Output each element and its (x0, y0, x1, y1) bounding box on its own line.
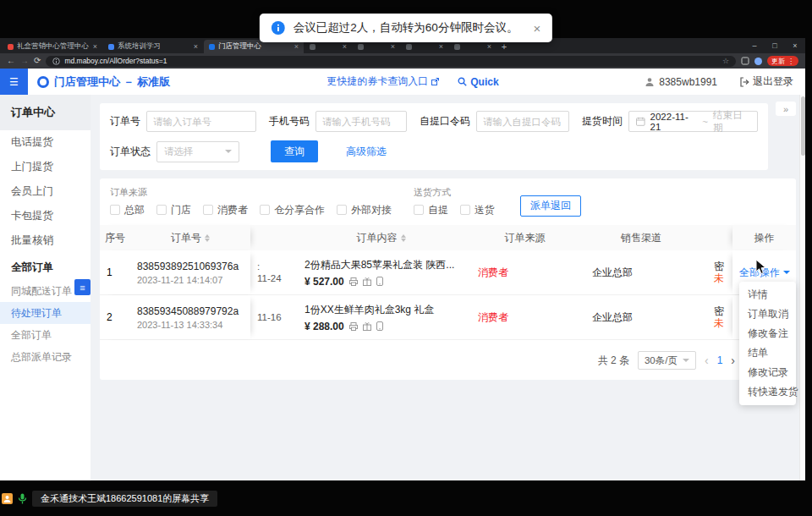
cell-order-no: 83859389251069376a 2023-11-21 14:14:07 (130, 250, 250, 294)
gift-icon[interactable] (363, 277, 371, 286)
checkbox-delivery[interactable]: 送货 (460, 203, 495, 217)
checkbox-external[interactable]: 外部对接 (337, 203, 392, 217)
menu-item-detail[interactable]: 详情 (739, 285, 796, 305)
dispatch-return-button[interactable]: 派单退回 (520, 195, 581, 217)
username: 8385wb1991 (659, 76, 717, 88)
sidebar-item-member-visit[interactable]: 会员上门 (0, 179, 91, 204)
tab-favicon (108, 44, 114, 50)
cell-pickup-time: 11-16 (250, 295, 291, 339)
order-no-input[interactable] (146, 111, 256, 132)
window-minimize-button[interactable]: – (744, 38, 765, 53)
prev-page-button[interactable]: ‹ (705, 354, 709, 367)
sort-icon[interactable] (401, 234, 406, 242)
page-size-select[interactable]: 30条/页 (638, 351, 696, 370)
phone-icon[interactable] (376, 321, 383, 331)
checkbox-hq[interactable]: 总部 (110, 203, 145, 217)
menu-item-cancel-order[interactable]: 订单取消 (739, 305, 796, 324)
order-table-card: 订单来源 总部 门店 (100, 178, 796, 380)
col-header-channel: 销售渠道 (579, 225, 697, 250)
all-actions-dropdown-trigger[interactable]: 全部操作 (739, 266, 789, 280)
checkbox-store[interactable]: 门店 (156, 203, 191, 217)
window-maximize-button[interactable]: □ (765, 38, 785, 53)
tab-close-icon[interactable]: × (194, 42, 198, 51)
extensions-icon[interactable] (741, 57, 749, 65)
search-button[interactable]: 查询 (271, 140, 318, 162)
print-icon[interactable] (349, 322, 358, 331)
col-header-content[interactable]: 订单内容 (291, 225, 464, 250)
tab-favicon (358, 44, 364, 50)
tab-close-icon[interactable]: × (93, 42, 97, 51)
tab-close-icon[interactable]: × (487, 42, 491, 51)
date-end-placeholder: 结束日期 (713, 109, 750, 134)
screen-share-text: 金禾通技术王斌18662591081的屏幕共享 (41, 492, 209, 505)
chevron-down-icon (783, 271, 790, 274)
menu-item-edit-remark[interactable]: 修改备注 (739, 324, 796, 343)
gift-icon[interactable] (363, 322, 371, 331)
menu-item-express-ship[interactable]: 转快递发货 (739, 382, 796, 402)
checkbox-consumer[interactable]: 消费者 (203, 203, 248, 217)
tab-close-icon[interactable]: × (439, 42, 443, 51)
sidebar-item-pending-orders[interactable]: 待处理订单 (0, 302, 91, 324)
tab-favicon (209, 44, 215, 50)
checkbox-warehouse-share[interactable]: 仓分享合作 (260, 203, 325, 217)
hamburger-menu-button[interactable]: ☰ (0, 69, 28, 95)
checkbox-self-pickup[interactable]: 自提 (414, 203, 448, 217)
col-header-order-no[interactable]: 订单号 (130, 225, 250, 250)
phone-icon[interactable] (376, 277, 383, 286)
collapse-panel-button[interactable]: » (776, 102, 796, 116)
toast-close-icon[interactable]: × (533, 21, 540, 36)
phone-input[interactable] (315, 111, 407, 132)
col-header-label: 订单内容 (357, 231, 398, 245)
menu-item-close-order[interactable]: 结单 (739, 343, 796, 363)
scrollbar-thumb[interactable] (801, 96, 805, 156)
url-input[interactable]: md.maboy.cn/AllOrder?status=1 ☆ (46, 56, 736, 67)
sidebar-item-phone-pickup[interactable]: 电话提货 (0, 130, 91, 155)
window-close-button[interactable]: × (785, 38, 805, 53)
external-link-icon (431, 78, 439, 85)
app-header: ☰ 门店管理中心 － 标准版 更快捷的券卡查询入口 Quick (0, 69, 805, 95)
microphone-icon[interactable] (18, 493, 27, 504)
quick-search-link[interactable]: Quick (458, 76, 498, 88)
chrome-update-button[interactable]: 更新 ⋮ (767, 56, 798, 66)
screen-share-bar: 金禾通技术王斌18662591081的屏幕共享 (0, 480, 812, 516)
tab-close-icon[interactable]: × (343, 42, 347, 51)
share-app-icon[interactable] (2, 493, 13, 504)
user-account[interactable]: 8385wb1991 (645, 76, 717, 88)
bookmark-star-icon[interactable]: ☆ (722, 57, 729, 65)
tab-close-icon[interactable]: × (294, 42, 299, 51)
sidebar-item-all-orders[interactable]: 全部订单 (0, 324, 91, 346)
pickup-time-label: 提货时间 (582, 114, 623, 129)
pickup-code-input[interactable] (476, 111, 569, 132)
sidebar-item-hq-dispatch-records[interactable]: 总部派单记录 (0, 346, 91, 368)
sidebar-drag-handle[interactable]: ≡ (74, 279, 91, 295)
col-header-label: 订单号 (171, 231, 201, 245)
sidebar-item-card-pickup[interactable]: 卡包提货 (0, 204, 91, 228)
menu-item-edit-history[interactable]: 修改记录 (739, 363, 796, 382)
sidebar-item-batch-verify[interactable]: 批量核销 (0, 228, 91, 253)
filter-card: 订单号 手机号码 自提口令码 (100, 103, 768, 170)
coupon-query-entry-link[interactable]: 更快捷的券卡查询入口 (326, 74, 439, 89)
sort-icon[interactable] (205, 234, 210, 242)
coupon-link-label: 更快捷的券卡查询入口 (326, 74, 428, 89)
order-status-select[interactable]: 请选择 (156, 141, 239, 162)
date-range-picker[interactable]: 2022-11-21 ~ 结束日期 (628, 111, 758, 132)
scrollbar[interactable] (799, 95, 805, 480)
tab-close-icon[interactable]: × (391, 42, 395, 51)
next-page-button[interactable]: › (731, 354, 735, 367)
browser-tab[interactable]: 礼盒营销中心管理中心 × (3, 40, 102, 53)
print-icon[interactable] (349, 277, 358, 286)
advanced-filter-link[interactable]: 高级筛选 (346, 145, 387, 159)
page-number-1[interactable]: 1 (717, 354, 723, 366)
logout-button[interactable]: 退出登录 (739, 74, 793, 89)
date-separator: ~ (702, 117, 708, 127)
forward-icon[interactable]: → (20, 57, 29, 65)
sidebar-item-door-pickup[interactable]: 上门提货 (0, 155, 91, 179)
profile-avatar[interactable] (754, 58, 762, 65)
sidebar-group-all-orders[interactable]: 全部订单 (0, 255, 91, 280)
table-header-row: 序号 订单号 订单内容 (100, 225, 796, 250)
reload-icon[interactable]: ⟳ (34, 57, 41, 65)
checkbox-icon (460, 205, 470, 215)
site-info-icon[interactable] (52, 58, 60, 65)
browser-tab[interactable]: 系统培训学习 × (103, 40, 203, 53)
back-icon[interactable]: ← (7, 57, 15, 65)
